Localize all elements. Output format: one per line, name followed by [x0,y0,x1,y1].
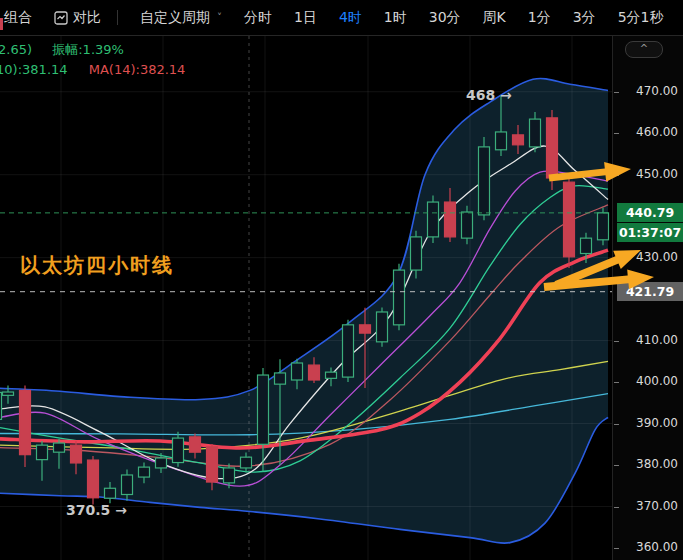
axis-tick-label: 470.00 [636,84,678,98]
axis-tick-label: 360.00 [636,540,678,554]
tab-label: 5分 [618,9,641,27]
tab-label: 自定义周期 [140,9,210,27]
tab-label: 1时 [384,9,407,27]
tab-label: 组合 [4,9,32,27]
symbol-annotation: 以太坊四小时线 [20,252,174,279]
tab-label: 4时 [339,9,362,27]
axis-tick-mark [614,465,619,466]
axis-tick-label: 430.00 [636,250,678,264]
tab-period-8[interactable]: 周K [483,9,506,27]
axis-tick-mark [614,424,619,425]
indicator-value-left: (2.65) [0,42,32,57]
axis-tick-label: 390.00 [636,416,678,430]
tab-period-10[interactable]: 3分 [573,9,596,27]
axis-tick-label: 450.00 [636,167,678,181]
axis-tick-label: 410.00 [636,333,678,347]
axis-tick-mark [614,92,619,93]
indicator-row-2: (10):381.14 MA(14):382.14 [0,62,185,77]
toolbar-right-group: 1秒 [641,7,683,28]
chevron-down-icon: ˅ [217,12,222,23]
axis-tick-label: 370.00 [636,499,678,513]
tab-period-9[interactable]: 1分 [528,9,551,27]
tab-period-1[interactable]: 对比 [54,9,101,27]
tab-label: 分时 [244,9,272,27]
tab-period-5[interactable]: 4时 [339,9,362,27]
axis-tick-mark [614,175,619,176]
candle-countdown-badge: 01:37:07 [617,223,683,242]
tab-period-6[interactable]: 1时 [384,9,407,27]
tab-period-4[interactable]: 1日 [294,9,317,27]
clipped-icon-fragment [0,18,3,30]
compare-chart-icon [54,11,68,25]
amplitude-value: 振幅:1.39% [52,42,124,57]
low-price-annotation: 370.5 → [66,502,127,518]
axis-tick-label: 460.00 [636,125,678,139]
indicator-row-1: (2.65) 振幅:1.39% [0,41,124,59]
axis-tick-mark [614,507,619,508]
tab-period-2[interactable]: 自定义周期˅ [140,9,222,27]
tab-label: 对比 [73,9,101,27]
tab-period-3[interactable]: 分时 [244,9,272,27]
toolbar-separator [117,10,118,25]
axis-tick-label: 400.00 [636,374,678,388]
current-price-badge: 440.79 [617,203,683,222]
tab-label: 30分 [429,9,461,27]
ma10-value: (10):381.14 [0,62,68,77]
collapse-axis-icon[interactable]: ^ [625,41,663,58]
price-axis[interactable]: ^ 470.00460.00450.00430.00410.00400.0039… [612,35,683,560]
tab-label: 3分 [573,9,596,27]
period-1sec[interactable]: 1秒 [641,9,664,27]
secondary-level-badge: 421.79 [617,282,683,301]
axis-tick-mark [614,258,619,259]
candlestick-chart[interactable] [0,35,612,560]
axis-tick-mark [614,382,619,383]
tab-period-0[interactable]: 组合 [4,9,32,27]
tab-label: 1日 [294,9,317,27]
axis-tick-mark [614,341,619,342]
chart-toolbar: 组合对比自定义周期˅分时1日4时1时30分周K1分3分5分 1秒 [0,0,683,36]
tab-period-11[interactable]: 5分 [618,9,641,27]
ma14-value: MA(14):382.14 [89,62,186,77]
high-price-annotation: 468 → [466,87,512,103]
tab-period-7[interactable]: 30分 [429,9,461,27]
axis-tick-mark [614,548,619,549]
axis-tick-mark [614,133,619,134]
tab-label: 周K [483,9,506,27]
axis-tick-label: 380.00 [636,457,678,471]
tab-label: 1分 [528,9,551,27]
